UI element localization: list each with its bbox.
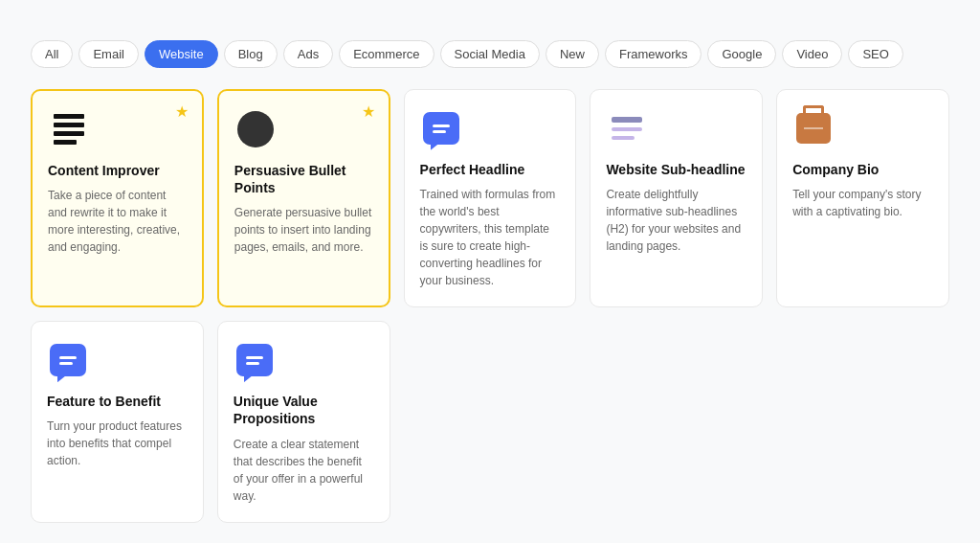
tab-ecommerce[interactable]: Ecommerce xyxy=(339,40,434,68)
chat-icon xyxy=(236,344,273,376)
tab-frameworks[interactable]: Frameworks xyxy=(605,40,702,68)
tab-website[interactable]: Website xyxy=(145,40,218,68)
cards-row-1: ★ Content ImproverTake a piece of conten… xyxy=(31,89,949,307)
tab-new[interactable]: New xyxy=(546,40,599,68)
lines-icon xyxy=(54,114,84,145)
card-company-bio[interactable]: Company BioTell your company's story wit… xyxy=(776,89,949,307)
card-feature-to-benefit[interactable]: Feature to BenefitTurn your product feat… xyxy=(31,321,204,522)
card-title-company-bio: Company Bio xyxy=(792,161,933,178)
card-icon-company-bio xyxy=(792,107,835,149)
card-icon-website-sub-headline xyxy=(606,107,648,149)
tab-video[interactable]: Video xyxy=(782,40,842,68)
card-desc-unique-value-propositions: Create a clear statement that describes … xyxy=(234,436,374,505)
card-icon-unique-value-propositions xyxy=(234,339,276,381)
tab-email[interactable]: Email xyxy=(78,40,139,68)
card-title-website-sub-headline: Website Sub-headline xyxy=(606,161,746,178)
card-title-feature-to-benefit: Feature to Benefit xyxy=(47,393,188,410)
circle-icon xyxy=(237,111,274,147)
tab-blog[interactable]: Blog xyxy=(224,40,278,68)
card-desc-persuasive-bullet-points: Generate persuasive bullet points to ins… xyxy=(234,204,373,256)
card-icon-persuasive-bullet-points xyxy=(234,108,277,150)
card-icon-feature-to-benefit xyxy=(47,339,89,381)
star-icon: ★ xyxy=(175,102,189,121)
card-perfect-headline[interactable]: Perfect HeadlineTrained with formulas fr… xyxy=(404,89,577,307)
card-desc-content-improver: Take a piece of content and rewrite it t… xyxy=(48,187,187,256)
card-title-persuasive-bullet-points: Persuasive Bullet Points xyxy=(234,162,373,196)
subhead-icon xyxy=(612,117,642,140)
card-title-unique-value-propositions: Unique Value Propositions xyxy=(234,393,374,427)
tab-all[interactable]: All xyxy=(31,40,73,68)
tab-bar: AllEmailWebsiteBlogAdsEcommerceSocial Me… xyxy=(31,40,949,68)
card-website-sub-headline[interactable]: Website Sub-headlineCreate delightfully … xyxy=(590,89,763,307)
card-title-content-improver: Content Improver xyxy=(48,162,187,179)
card-persuasive-bullet-points[interactable]: ★Persuasive Bullet PointsGenerate persua… xyxy=(217,89,390,307)
card-desc-perfect-headline: Trained with formulas from the world's b… xyxy=(420,186,561,289)
chat-icon xyxy=(423,112,459,145)
card-unique-value-propositions[interactable]: Unique Value PropositionsCreate a clear … xyxy=(217,321,390,522)
tab-seo[interactable]: SEO xyxy=(848,40,902,68)
card-title-perfect-headline: Perfect Headline xyxy=(420,161,561,178)
briefcase-icon xyxy=(796,113,831,144)
cards-row-2: Feature to BenefitTurn your product feat… xyxy=(31,321,949,522)
card-content-improver[interactable]: ★ Content ImproverTake a piece of conten… xyxy=(31,89,204,307)
tab-social-media[interactable]: Social Media xyxy=(440,40,540,68)
card-icon-content-improver xyxy=(48,108,90,150)
tab-google[interactable]: Google xyxy=(707,40,776,68)
card-icon-perfect-headline xyxy=(420,107,462,149)
star-icon: ★ xyxy=(362,102,375,121)
card-desc-feature-to-benefit: Turn your product features into benefits… xyxy=(47,418,188,469)
tab-ads[interactable]: Ads xyxy=(283,40,333,68)
card-desc-company-bio: Tell your company's story with a captiva… xyxy=(792,186,933,220)
card-desc-website-sub-headline: Create delightfully informative sub-head… xyxy=(606,186,746,255)
chat-icon xyxy=(50,344,86,376)
